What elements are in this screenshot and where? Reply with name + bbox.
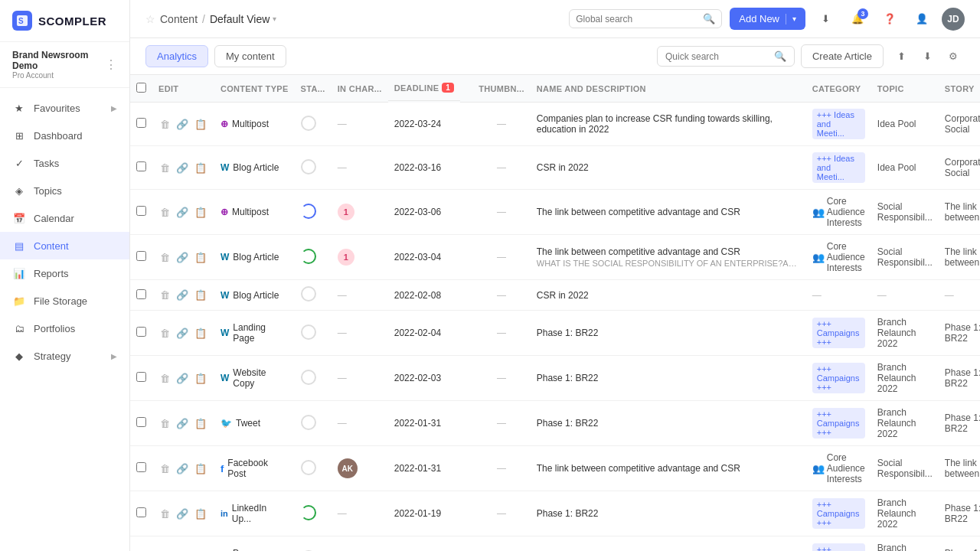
cell-checkbox[interactable] bbox=[130, 401, 152, 446]
breadcrumb-content[interactable]: Content bbox=[160, 13, 198, 25]
cell-in-charge[interactable]: 1 bbox=[332, 190, 388, 235]
th-select-all[interactable] bbox=[130, 75, 152, 103]
copy-icon[interactable]: 📋 bbox=[193, 371, 208, 386]
delete-icon[interactable]: 🗑 bbox=[158, 326, 172, 341]
link-icon[interactable]: 🔗 bbox=[175, 117, 190, 132]
delete-icon[interactable]: 🗑 bbox=[158, 288, 172, 302]
copy-icon[interactable]: 📋 bbox=[193, 461, 208, 476]
row-checkbox[interactable] bbox=[136, 118, 146, 128]
user-profile-button[interactable]: 👤 bbox=[910, 7, 934, 31]
th-in-charge[interactable]: IN CHAR... bbox=[332, 75, 388, 103]
cell-checkbox[interactable] bbox=[130, 235, 152, 280]
global-search-box[interactable]: 🔍 bbox=[569, 9, 722, 28]
download-button[interactable]: ⬇ bbox=[813, 7, 838, 31]
cell-status[interactable] bbox=[295, 356, 332, 401]
cell-status[interactable] bbox=[295, 235, 332, 280]
cell-category[interactable]: +++ Ideas and Meeti... bbox=[806, 146, 871, 190]
copy-icon[interactable]: 📋 bbox=[193, 161, 208, 175]
cell-checkbox[interactable] bbox=[130, 536, 152, 552]
cell-name[interactable]: Phase 1: BR22 bbox=[531, 311, 806, 356]
copy-icon[interactable]: 📋 bbox=[193, 507, 208, 521]
cell-in-charge[interactable]: AK bbox=[332, 446, 388, 491]
cell-category[interactable]: 👥 Core Audience Interests bbox=[806, 190, 871, 235]
th-name[interactable]: NAME AND DESCRIPTION bbox=[531, 75, 806, 103]
global-search-input[interactable] bbox=[576, 14, 698, 24]
row-checkbox[interactable] bbox=[136, 507, 146, 517]
avatar[interactable]: JD bbox=[942, 8, 965, 31]
row-checkbox[interactable] bbox=[136, 327, 146, 337]
sidebar-item-dashboard[interactable]: ⊞ Dashboard bbox=[0, 122, 129, 149]
row-checkbox[interactable] bbox=[136, 161, 146, 171]
sidebar-item-calendar[interactable]: 📅 Calendar bbox=[0, 204, 129, 232]
view-dropdown-icon[interactable]: ▾ bbox=[273, 15, 276, 23]
cell-name[interactable]: Phase 1: BR22 bbox=[531, 401, 806, 446]
cell-category[interactable]: +++ Campaigns +++ bbox=[806, 401, 871, 446]
help-button[interactable]: ❓ bbox=[877, 7, 902, 31]
tab-analytics[interactable]: Analytics bbox=[145, 45, 208, 67]
add-new-button[interactable]: Add New ▾ bbox=[730, 8, 805, 30]
cell-category[interactable]: +++ Campaigns +++ bbox=[806, 356, 871, 401]
link-icon[interactable]: 🔗 bbox=[175, 250, 190, 265]
link-icon[interactable]: 🔗 bbox=[175, 371, 190, 386]
quick-search-box[interactable]: 🔍 bbox=[657, 46, 795, 67]
cell-topic[interactable]: Idea Pool bbox=[871, 146, 939, 190]
cell-name[interactable]: Phase 1: BR22 bbox=[531, 536, 806, 552]
cell-topic[interactable]: Branch Relaunch 2022 bbox=[871, 311, 939, 356]
cell-in-charge[interactable]: — bbox=[332, 356, 388, 401]
sidebar-item-content[interactable]: ▤ Content bbox=[0, 232, 129, 259]
copy-icon[interactable]: 📋 bbox=[193, 205, 208, 220]
cell-category[interactable]: +++ Campaigns +++ bbox=[806, 491, 871, 536]
cell-checkbox[interactable] bbox=[130, 311, 152, 356]
cell-in-charge[interactable]: — bbox=[332, 401, 388, 446]
row-checkbox[interactable] bbox=[136, 206, 146, 216]
cell-topic[interactable]: Branch Relaunch 2022 bbox=[871, 356, 939, 401]
cell-topic[interactable]: Social Responsibil... bbox=[871, 446, 939, 491]
cell-category[interactable]: 👥 Core Audience Interests bbox=[806, 235, 871, 280]
copy-icon[interactable]: 📋 bbox=[193, 288, 208, 302]
cell-status[interactable] bbox=[295, 446, 332, 491]
sidebar-item-topics[interactable]: ◈ Topics bbox=[0, 177, 129, 204]
cell-in-charge[interactable]: — bbox=[332, 536, 388, 552]
select-all-checkbox[interactable] bbox=[136, 83, 146, 93]
cell-checkbox[interactable] bbox=[130, 103, 152, 146]
th-category[interactable]: CATEGORY bbox=[806, 75, 871, 103]
th-thumbnail[interactable]: THUMBN... bbox=[472, 75, 531, 103]
import-icon[interactable]: ⬆ bbox=[890, 45, 913, 68]
link-icon[interactable]: 🔗 bbox=[175, 161, 190, 175]
sidebar-item-strategy[interactable]: ◆ Strategy ▶ bbox=[0, 342, 129, 370]
tab-my-content[interactable]: My content bbox=[214, 45, 286, 67]
row-checkbox[interactable] bbox=[136, 289, 146, 299]
cell-in-charge[interactable]: — bbox=[332, 103, 388, 146]
th-topic[interactable]: TOPIC bbox=[871, 75, 939, 103]
cell-topic[interactable]: Branch Relaunch 2022 bbox=[871, 401, 939, 446]
cell-category[interactable]: +++ Campaigns +++ bbox=[806, 311, 871, 356]
cell-category[interactable]: +++ Campaigns +++ bbox=[806, 536, 871, 552]
cell-topic[interactable]: Branch Relaunch 2022 bbox=[871, 491, 939, 536]
cell-checkbox[interactable] bbox=[130, 146, 152, 190]
cell-status[interactable] bbox=[295, 536, 332, 552]
cell-name[interactable]: Phase 1: BR22 bbox=[531, 491, 806, 536]
cell-topic[interactable]: Idea Pool bbox=[871, 103, 939, 146]
delete-icon[interactable]: 🗑 bbox=[158, 205, 172, 220]
th-deadline[interactable]: DEADLINE 1 bbox=[388, 75, 461, 101]
cell-status[interactable] bbox=[295, 146, 332, 190]
link-icon[interactable]: 🔗 bbox=[175, 288, 190, 302]
quick-search-input[interactable] bbox=[665, 51, 769, 62]
cell-status[interactable] bbox=[295, 401, 332, 446]
cell-status[interactable] bbox=[295, 103, 332, 146]
cell-topic[interactable]: Social Responsibil... bbox=[871, 190, 939, 235]
cell-checkbox[interactable] bbox=[130, 491, 152, 536]
cell-in-charge[interactable]: 1 bbox=[332, 235, 388, 280]
cell-name[interactable]: The link between competitive advantage a… bbox=[531, 190, 806, 235]
cell-name[interactable]: CSR in 2022 bbox=[531, 280, 806, 311]
link-icon[interactable]: 🔗 bbox=[175, 205, 190, 220]
cell-status[interactable] bbox=[295, 311, 332, 356]
link-icon[interactable]: 🔗 bbox=[175, 461, 190, 476]
sidebar-item-favourites[interactable]: ★ Favourites ▶ bbox=[0, 94, 129, 122]
cell-status[interactable] bbox=[295, 280, 332, 311]
cell-name[interactable]: The link between competitive advantage a… bbox=[531, 235, 806, 280]
cell-in-charge[interactable]: — bbox=[332, 491, 388, 536]
account-section[interactable]: Brand Newsroom Demo Pro Account ⋮ bbox=[0, 42, 129, 88]
copy-icon[interactable]: 📋 bbox=[193, 117, 208, 132]
link-icon[interactable]: 🔗 bbox=[175, 507, 190, 521]
